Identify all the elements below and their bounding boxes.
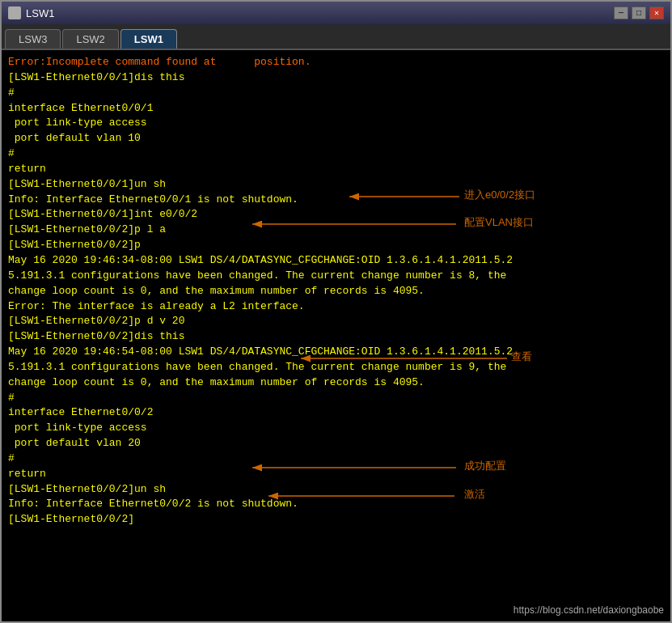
terminal-line: [LSW1-Ethernet0/0/2]p d v 20 <box>8 314 664 329</box>
terminal-line: # <box>8 391 664 406</box>
terminal-line: # <box>8 451 664 467</box>
close-button[interactable]: ✕ <box>649 6 664 19</box>
terminal-line: Info: Interface Ethernet0/0/1 is not shu… <box>8 193 664 208</box>
maximize-button[interactable]: □ <box>632 6 646 19</box>
terminal-line: Error:Incomplete command found at positi… <box>8 55 664 70</box>
terminal-line: # <box>8 86 664 101</box>
minimize-button[interactable]: ─ <box>614 6 628 19</box>
terminal-line: 5.191.3.1 configurations have been chang… <box>8 269 664 284</box>
window-title: LSW1 <box>26 7 54 19</box>
title-bar-left: LSW1 <box>8 6 54 19</box>
tab-bar: LSW3 LSW2 LSW1 <box>2 24 670 50</box>
terminal-line: change loop count is 0, and the maximum … <box>8 284 664 299</box>
terminal-output: Error:Incomplete command found at positi… <box>8 55 664 528</box>
title-bar: LSW1 ─ □ ✕ <box>2 2 670 24</box>
terminal-line: May 16 2020 19:46:54-08:00 LSW1 DS/4/DAT… <box>8 345 664 360</box>
terminal-line: interface Ethernet0/0/2 <box>8 405 664 421</box>
window-controls: ─ □ ✕ <box>614 6 664 19</box>
terminal-area: Error:Incomplete command found at positi… <box>2 50 670 621</box>
terminal-line: Info: Interface Ethernet0/0/2 is not shu… <box>8 497 664 512</box>
terminal-line: # <box>8 146 664 162</box>
terminal-line: May 16 2020 19:46:34-08:00 LSW1 DS/4/DAT… <box>8 253 664 269</box>
tab-lsw1[interactable]: LSW1 <box>120 29 177 49</box>
terminal-line: return <box>8 467 664 482</box>
terminal-line: port link-type access <box>8 116 664 131</box>
watermark: https://blog.csdn.net/daxiongbaobe <box>510 603 667 618</box>
terminal-line: 5.191.3.1 configurations have been chang… <box>8 360 664 375</box>
terminal-line: Error: The interface is already a L2 int… <box>8 299 664 315</box>
terminal-line: [LSW1-Ethernet0/0/2]p l a <box>8 222 664 238</box>
terminal-line: port link-type access <box>8 421 664 436</box>
terminal-line: interface Ethernet0/0/1 <box>8 101 664 117</box>
app-icon <box>8 6 21 19</box>
main-window: LSW1 ─ □ ✕ LSW3 LSW2 LSW1 Error:Incomple… <box>0 0 672 623</box>
terminal-line: port default vlan 10 <box>8 131 664 146</box>
tab-lsw3[interactable]: LSW3 <box>5 29 61 49</box>
terminal-line: [LSW1-Ethernet0/0/1]un sh <box>8 177 664 193</box>
terminal-line: [LSW1-Ethernet0/0/2]p <box>8 238 664 253</box>
terminal-line: [LSW1-Ethernet0/0/2]dis this <box>8 329 664 345</box>
terminal-line: port default vlan 20 <box>8 436 664 451</box>
terminal-line: return <box>8 162 664 177</box>
terminal-line: [LSW1-Ethernet0/0/2]un sh <box>8 482 664 498</box>
terminal-line: change loop count is 0, and the maximum … <box>8 375 664 391</box>
tab-lsw2[interactable]: LSW2 <box>62 29 118 49</box>
terminal-line: [LSW1-Ethernet0/0/1]dis this <box>8 70 664 86</box>
terminal-line: [LSW1-Ethernet0/0/2] <box>8 512 664 528</box>
terminal-line: [LSW1-Ethernet0/0/1]int e0/0/2 <box>8 207 664 222</box>
